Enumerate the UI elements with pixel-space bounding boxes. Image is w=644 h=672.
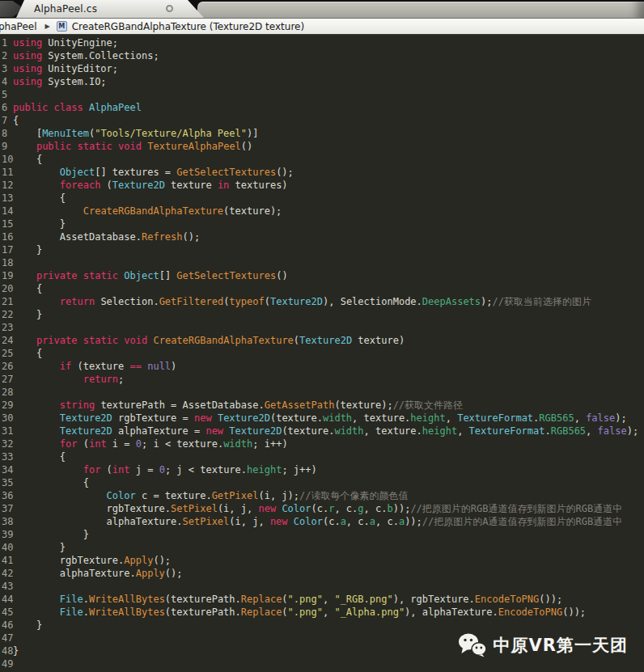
tab-bar: AlphaPeel.cs	[0, 0, 644, 18]
code-line: 29 string texturePath = AssetDatabase.Ge…	[0, 399, 644, 412]
code-line: 3using UnityEditor;	[0, 62, 644, 75]
code-line: 16 AssetDatabase.Refresh();	[0, 230, 644, 243]
line-number: 45	[0, 606, 13, 619]
code-line: 17 }	[0, 243, 644, 256]
breadcrumb-class-dropdown[interactable]: phaPeel	[0, 21, 36, 32]
code-line: 42 alphaTexture.Apply();	[0, 567, 644, 580]
code-line: 7{	[0, 114, 644, 127]
line-number: 19	[0, 269, 13, 282]
line-number: 7	[0, 114, 13, 127]
code-line: 28	[0, 386, 644, 399]
line-number: 6	[0, 101, 13, 114]
line-number: 1	[0, 36, 13, 49]
code-line: 23	[0, 321, 644, 334]
line-number: 48	[0, 645, 13, 657]
line-number: 27	[0, 373, 13, 386]
navigation-bar: phaPeel ▶ M CreateRGBandAlphaTexture (Te…	[0, 18, 644, 35]
code-line: 43	[0, 580, 644, 593]
line-number: 5	[0, 88, 13, 101]
code-line: 30 Texture2D rgbTexture = new Texture2D(…	[0, 412, 644, 425]
tab-alphapeel[interactable]: AlphaPeel.cs	[16, 0, 204, 18]
code-line: 8 [MenuItem("Tools/Texture/Alpha Peel")]	[0, 127, 644, 140]
line-number: 18	[0, 256, 13, 269]
code-line: 20 {	[0, 282, 644, 295]
line-number: 32	[0, 437, 13, 450]
line-number: 14	[0, 205, 13, 218]
line-number: 28	[0, 386, 13, 399]
code-line: 2using System.Collections;	[0, 49, 644, 62]
code-line: 38 alphaTexture.SetPixel(i, j, new Color…	[0, 515, 644, 528]
code-line: 25 {	[0, 347, 644, 360]
line-number: 8	[0, 127, 13, 140]
breadcrumb-member-dropdown[interactable]: CreateRGBandAlphaTexture (Texture2D text…	[72, 21, 305, 32]
line-number: 34	[0, 463, 13, 476]
line-number: 38	[0, 515, 13, 528]
line-number: 16	[0, 230, 13, 243]
line-number: 40	[0, 541, 13, 554]
line-number: 9	[0, 140, 13, 153]
code-line: 6public class AlphaPeel	[0, 101, 644, 114]
line-number: 24	[0, 334, 13, 347]
line-number: 4	[0, 75, 13, 88]
code-line: 9 public static void TextureAlphaPeel()	[0, 140, 644, 153]
code-line: 37 rgbTexture.SetPixel(i, j, new Color(c…	[0, 502, 644, 515]
code-line: 13 {	[0, 192, 644, 205]
line-number: 39	[0, 528, 13, 541]
code-line: 36 Color c = texture.GetPixel(i, j);//读取…	[0, 489, 644, 502]
code-line: 4using System.IO;	[0, 75, 644, 88]
wechat-icon	[458, 632, 487, 657]
line-number: 42	[0, 567, 13, 580]
line-number: 10	[0, 153, 13, 166]
code-line: 39 }	[0, 528, 644, 541]
line-number: 20	[0, 282, 13, 295]
line-number: 43	[0, 580, 13, 593]
code-line: 14 CreateRGBandAlphaTexture(texture);	[0, 205, 644, 218]
watermark-text: 中原VR第一天团	[494, 634, 628, 657]
code-line: 15 }	[0, 218, 644, 230]
line-number: 30	[0, 412, 13, 425]
code-line: 12 foreach (Texture2D texture in texture…	[0, 179, 644, 192]
line-number: 47	[0, 632, 13, 645]
line-number: 22	[0, 308, 13, 321]
line-number: 17	[0, 243, 13, 256]
code-line: 10 {	[0, 153, 644, 166]
code-line: 45 File.WriteAllBytes(texturePath.Replac…	[0, 606, 644, 619]
code-editor[interactable]: 1using UnityEngine;2using System.Collect…	[0, 35, 644, 672]
line-number: 2	[0, 49, 13, 62]
line-number: 13	[0, 192, 13, 205]
code-line: 33 {	[0, 450, 644, 463]
code-line: 22 }	[0, 308, 644, 321]
code-line: 40 }	[0, 541, 644, 554]
code-line: 11 Object[] textures = GetSelectTextures…	[0, 166, 644, 179]
line-number: 31	[0, 425, 13, 437]
watermark: 中原VR第一天团	[458, 632, 628, 657]
code-line: 35 {	[0, 476, 644, 489]
tab-modified-indicator-icon[interactable]	[166, 5, 173, 12]
line-number: 25	[0, 347, 13, 360]
code-line: 32 for (int i = 0; i < texture.width; i+…	[0, 437, 644, 450]
code-line: 49	[0, 657, 644, 670]
tab-label: AlphaPeel.cs	[16, 3, 97, 15]
code-line: 46 }	[0, 619, 644, 632]
code-line: 44 File.WriteAllBytes(texturePath.Replac…	[0, 593, 644, 606]
line-number: 3	[0, 62, 13, 75]
line-number: 37	[0, 502, 13, 515]
line-number: 12	[0, 179, 13, 192]
line-number: 23	[0, 321, 13, 334]
code-lines: 1using UnityEngine;2using System.Collect…	[0, 36, 644, 670]
code-line: 18	[0, 256, 644, 269]
method-icon: M	[57, 21, 67, 32]
code-line: 34 for (int j = 0; j < texture.height; j…	[0, 463, 644, 476]
code-line: 27 return;	[0, 373, 644, 386]
code-line: 31 Texture2D alphaTexture = new Texture2…	[0, 425, 644, 437]
line-number: 11	[0, 166, 13, 179]
code-line: 19 private static Object[] GetSelectText…	[0, 269, 644, 282]
line-number: 29	[0, 399, 13, 412]
code-line: 24 private static void CreateRGBandAlpha…	[0, 334, 644, 347]
line-number: 44	[0, 593, 13, 606]
code-line: 5	[0, 88, 644, 101]
line-number: 15	[0, 218, 13, 230]
line-number: 35	[0, 476, 13, 489]
line-number: 36	[0, 489, 13, 502]
code-line: 41 rgbTexture.Apply();	[0, 554, 644, 567]
